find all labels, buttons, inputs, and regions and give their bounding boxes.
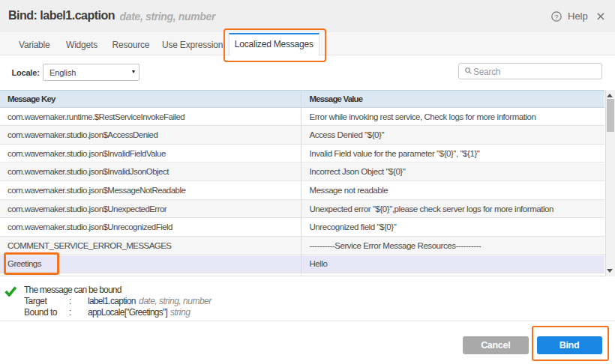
svg-text:?: ? [554,13,558,21]
